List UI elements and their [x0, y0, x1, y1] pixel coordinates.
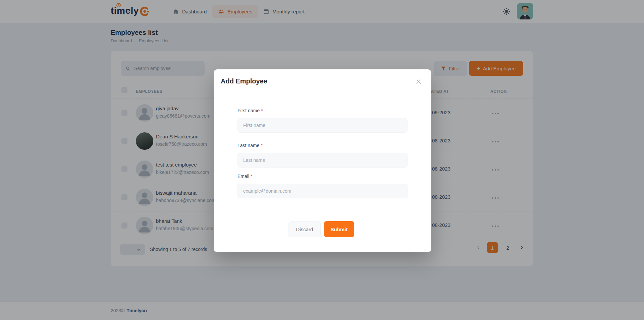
required-asterisk: *	[261, 108, 263, 113]
discard-button[interactable]: Discard	[288, 221, 321, 237]
modal-header: Add Employee	[214, 69, 431, 94]
required-asterisk: *	[261, 143, 262, 148]
modal-title: Add Employee	[221, 77, 267, 85]
first-name-label: First name*	[237, 108, 263, 113]
app-screen: timely Dashboard Employees	[0, 0, 644, 320]
email-label: Email*	[237, 174, 252, 179]
add-employee-modal: Add Employee First name* Last name* Emai…	[214, 69, 431, 252]
first-name-field[interactable]	[237, 118, 408, 133]
last-name-field[interactable]	[237, 153, 408, 168]
email-field[interactable]	[237, 184, 408, 198]
close-icon[interactable]	[415, 78, 422, 85]
submit-button[interactable]: Submit	[324, 221, 354, 237]
last-name-label: Last name*	[237, 143, 263, 148]
required-asterisk: *	[251, 174, 252, 179]
